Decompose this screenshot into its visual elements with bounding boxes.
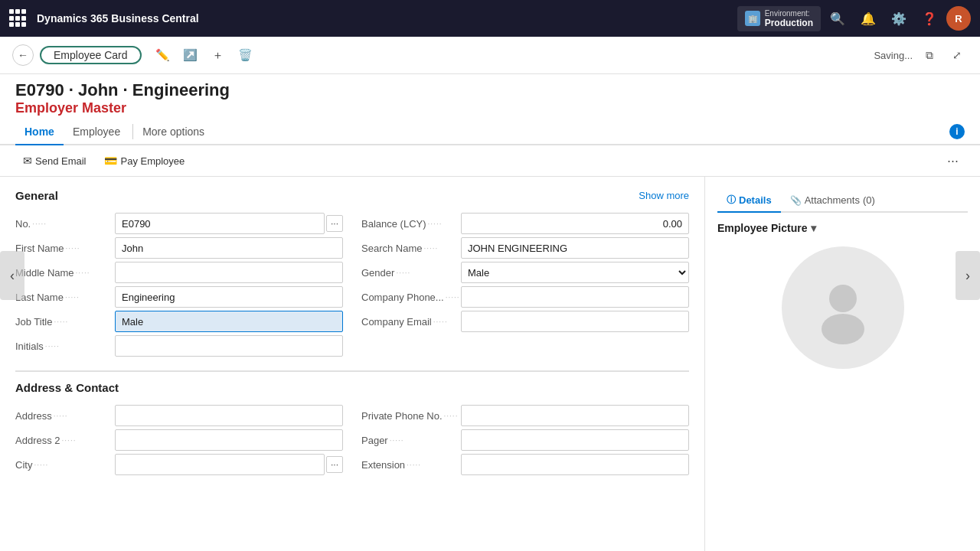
- top-nav-icons: 🏢 Environment: Production 🔍 🔔 ⚙️ ❓ R: [737, 5, 971, 32]
- field-input-city[interactable]: [115, 454, 325, 475]
- field-input-no[interactable]: [115, 213, 325, 234]
- pay-employee-icon: 💳: [104, 155, 117, 167]
- attachments-count: (0): [863, 194, 875, 206]
- general-form-grid: No. ····· ··· First Name ····· Middle Na…: [15, 211, 689, 358]
- field-label-balance: Balance (LCY) ·····: [361, 218, 461, 230]
- breadcrumb-actions: ✏️ ↗️ ＋ 🗑️: [151, 43, 258, 67]
- send-email-button[interactable]: ✉ Send Email: [15, 152, 93, 170]
- delete-button[interactable]: 🗑️: [234, 43, 258, 67]
- search-button[interactable]: 🔍: [824, 5, 851, 32]
- app-title: Dynamics 365 Business Central: [37, 12, 728, 24]
- field-row-pager: Pager ·····: [361, 428, 689, 452]
- field-input-extension[interactable]: [461, 454, 689, 475]
- action-bar: ✉ Send Email 💳 Pay Employee ⋯: [0, 145, 980, 177]
- tabs-bar: Home Employee More options i: [0, 119, 980, 145]
- field-label-last-name: Last Name ·····: [15, 292, 115, 303]
- general-right-fields: Balance (LCY) ····· Search Name ····· Ge…: [361, 211, 689, 358]
- panel-tab-details[interactable]: ⓘ Details: [717, 189, 781, 213]
- field-row-job-title: Job Title ·····: [15, 309, 343, 334]
- field-select-gender[interactable]: Male Female: [461, 262, 689, 283]
- attachments-icon: 📎: [790, 195, 802, 206]
- send-email-label: Send Email: [35, 155, 86, 167]
- settings-button[interactable]: ⚙️: [885, 5, 913, 32]
- field-input-search-name[interactable]: [461, 237, 689, 259]
- prev-record-button[interactable]: ‹: [0, 251, 24, 300]
- pay-employee-label: Pay Employee: [120, 155, 185, 167]
- general-section-title: General: [15, 189, 58, 202]
- next-record-button[interactable]: ›: [956, 251, 980, 300]
- tab-more-options[interactable]: More options: [136, 119, 211, 144]
- svg-point-1: [822, 314, 864, 344]
- field-label-middle-name: Middle Name ·····: [15, 267, 115, 279]
- user-avatar[interactable]: R: [946, 6, 971, 31]
- back-button[interactable]: ←: [12, 44, 34, 66]
- record-subtitle: Employer Master: [0, 100, 980, 116]
- field-input-wrap-no: ···: [115, 213, 343, 234]
- notifications-button[interactable]: 🔔: [854, 5, 882, 32]
- field-row-last-name: Last Name ·····: [15, 285, 343, 309]
- field-label-company-phone: Company Phone... ·····: [361, 292, 461, 303]
- field-input-initials[interactable]: [115, 335, 343, 357]
- action-bar-more-button[interactable]: ⋯: [940, 148, 965, 173]
- action-bar-right: ⋯: [940, 148, 965, 173]
- field-label-search-name: Search Name ·····: [361, 243, 461, 254]
- field-row-search-name: Search Name ·····: [361, 236, 689, 260]
- emp-pic-chevron-icon[interactable]: ▾: [811, 222, 816, 234]
- details-icon: ⓘ: [727, 194, 736, 207]
- address-right-fields: Private Phone No. ····· Pager ····· Exte…: [361, 403, 689, 477]
- employee-picture-section: Employee Picture ▾: [717, 222, 968, 369]
- waffle-menu[interactable]: [9, 9, 28, 28]
- field-input-balance[interactable]: [461, 213, 689, 234]
- field-input-middle-name[interactable]: [115, 262, 343, 283]
- right-panel: ⓘ Details 📎 Attachments (0) Employee Pic…: [704, 177, 980, 551]
- field-input-address2[interactable]: [115, 429, 343, 451]
- edit-button[interactable]: ✏️: [151, 43, 175, 67]
- field-more-no[interactable]: ···: [326, 215, 343, 232]
- environment-info: Environment: Production: [765, 9, 813, 28]
- field-label-initials: Initials ·····: [15, 341, 115, 352]
- field-input-company-email[interactable]: [461, 311, 689, 332]
- breadcrumb-bar: ← Employee Card ✏️ ↗️ ＋ 🗑️ Saving... ⧉ ⤢: [0, 37, 980, 74]
- help-button[interactable]: ❓: [916, 5, 943, 32]
- field-input-first-name[interactable]: [115, 237, 343, 259]
- show-more-button[interactable]: Show more: [639, 190, 689, 201]
- field-label-company-email: Company Email ·····: [361, 316, 461, 328]
- panel-tab-attachments[interactable]: 📎 Attachments (0): [781, 189, 884, 213]
- field-row-first-name: First Name ·····: [15, 236, 343, 260]
- field-row-gender: Gender ····· Male Female: [361, 260, 689, 285]
- employee-picture-container[interactable]: [782, 246, 904, 369]
- panel-tabs: ⓘ Details 📎 Attachments (0): [717, 189, 968, 213]
- field-label-first-name: First Name ·····: [15, 243, 115, 254]
- field-label-city: City ·····: [15, 459, 115, 471]
- share-button[interactable]: ↗️: [178, 43, 203, 67]
- field-label-job-title: Job Title ·····: [15, 316, 115, 328]
- top-navigation: Dynamics 365 Business Central 🏢 Environm…: [0, 0, 980, 37]
- field-row-empty: [361, 334, 689, 358]
- address-form-grid: Address ····· Address 2 ····· City ·····…: [15, 403, 689, 477]
- field-label-extension: Extension ·····: [361, 459, 461, 471]
- breadcrumb-title: Employee Card: [40, 46, 142, 64]
- field-row-city: City ····· ···: [15, 452, 343, 477]
- tab-employee[interactable]: Employee: [64, 119, 129, 145]
- environment-badge[interactable]: 🏢 Environment: Production: [737, 6, 821, 31]
- employee-picture-placeholder: [805, 269, 881, 346]
- saving-indicator: Saving...: [874, 50, 913, 61]
- field-input-last-name[interactable]: [115, 286, 343, 308]
- field-row-company-phone: Company Phone... ·····: [361, 285, 689, 309]
- info-badge[interactable]: i: [949, 124, 965, 139]
- field-input-job-title[interactable]: [115, 311, 343, 332]
- tab-home[interactable]: Home: [15, 119, 64, 145]
- field-input-address[interactable]: [115, 405, 343, 426]
- field-label-gender: Gender ·····: [361, 267, 461, 279]
- field-input-company-phone[interactable]: [461, 286, 689, 308]
- open-in-new-button[interactable]: ⧉: [919, 44, 940, 66]
- field-input-private-phone[interactable]: [461, 405, 689, 426]
- field-more-city[interactable]: ···: [326, 456, 343, 473]
- pay-employee-button[interactable]: 💳 Pay Employee: [96, 152, 192, 170]
- field-input-pager[interactable]: [461, 429, 689, 451]
- add-button[interactable]: ＋: [206, 43, 230, 67]
- emp-pic-header: Employee Picture ▾: [717, 222, 968, 234]
- general-left-fields: No. ····· ··· First Name ····· Middle Na…: [15, 211, 343, 358]
- expand-button[interactable]: ⤢: [946, 44, 968, 66]
- field-row-address2: Address 2 ·····: [15, 428, 343, 452]
